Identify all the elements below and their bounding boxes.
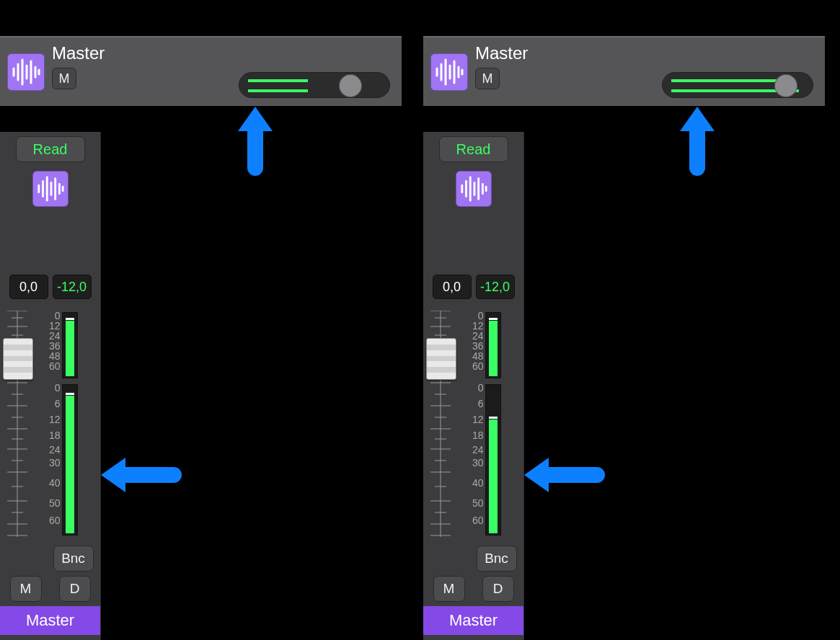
- meter-scale-labels: 0 12 24 36 48 60: [33, 311, 61, 371]
- gain-value[interactable]: -12,0: [476, 275, 515, 299]
- meter-scale-labels: 0 12 24 36 48 60: [456, 311, 484, 371]
- level-meter-small: [62, 312, 78, 378]
- bounce-button[interactable]: Bnc: [53, 546, 94, 572]
- dim-button[interactable]: D: [59, 576, 91, 602]
- level-meter: [62, 384, 78, 535]
- track-header: Master M: [0, 36, 402, 106]
- header-pair: Master M Master M: [0, 36, 825, 106]
- level-meter-small: [485, 312, 501, 378]
- volume-slider[interactable]: [239, 72, 390, 98]
- meter-area: 0 12 24 36 48 60 0 6 12 18 24: [0, 312, 101, 538]
- callout-arrow-left-icon: [524, 458, 605, 492]
- pan-value[interactable]: 0,0: [433, 275, 472, 299]
- waveform-icon: [7, 53, 45, 91]
- automation-mode-button[interactable]: Read: [439, 136, 508, 162]
- meter-area: 0 12 24 36 48 60 0 6 12 18 24 30: [423, 312, 524, 538]
- mute-button[interactable]: M: [433, 576, 465, 602]
- waveform-icon: [32, 171, 68, 207]
- bounce-button[interactable]: Bnc: [477, 546, 517, 572]
- channel-strip: Read 0,0 -12,0: [0, 132, 101, 640]
- level-meter: [485, 384, 501, 535]
- callout-arrow-left-icon: [101, 458, 182, 492]
- track-header: Master M: [423, 36, 825, 106]
- pan-value[interactable]: 0,0: [9, 275, 48, 299]
- waveform-icon: [430, 53, 468, 91]
- channel-name-label[interactable]: Master: [423, 606, 523, 635]
- mute-button[interactable]: M: [52, 68, 76, 89]
- fader-knob[interactable]: [3, 338, 33, 380]
- channel-strip: Read 0,0 -12,0: [423, 132, 524, 640]
- track-title: Master: [475, 43, 528, 63]
- channel-name-label[interactable]: Master: [0, 606, 100, 635]
- meter-scale-labels: 0 6 12 18 24 30 40 50 60: [33, 383, 61, 525]
- fader-knob[interactable]: [426, 338, 456, 380]
- mute-button[interactable]: M: [10, 576, 42, 602]
- track-title: Master: [52, 43, 105, 63]
- automation-mode-button[interactable]: Read: [16, 136, 85, 162]
- channel-pair: Read 0,0 -12,0: [0, 132, 825, 640]
- meter-scale-labels: 0 6 12 18 24 30 40 50 60: [456, 383, 484, 525]
- mute-button[interactable]: M: [475, 68, 500, 89]
- dim-button[interactable]: D: [482, 576, 514, 602]
- gain-value[interactable]: -12,0: [53, 275, 92, 299]
- volume-slider[interactable]: [662, 72, 813, 98]
- waveform-icon: [456, 171, 492, 207]
